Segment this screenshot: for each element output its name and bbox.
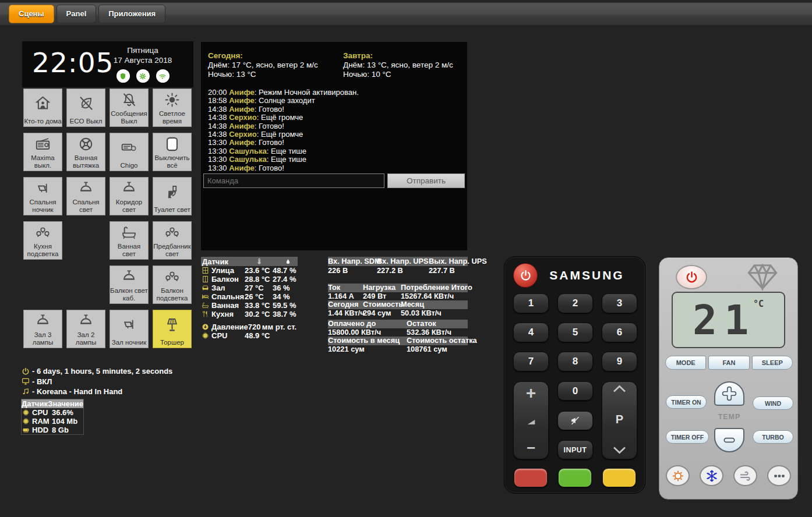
weather-today-day: Днём: 17 °C, ясно, ветер 2 м/с — [208, 61, 343, 70]
ac-heat-sun-icon[interactable] — [666, 465, 690, 486]
consumption-header-row: СегодняСтоимостьМесяц — [328, 300, 468, 309]
scene-hallway-light[interactable]: Предбанник свет — [153, 221, 192, 260]
scene-balcony-cab-light[interactable]: Балкон свет каб. — [110, 265, 149, 304]
ac-dots-icon[interactable] — [767, 465, 791, 486]
gear-icon[interactable] — [136, 69, 150, 83]
bulbs-icon — [35, 225, 51, 240]
weather-tomorrow: Завтра: Днём: 13 °C, ясно, ветер 2 м/с Н… — [343, 51, 453, 79]
command-input[interactable] — [203, 173, 384, 188]
shield-icon[interactable] — [116, 69, 130, 83]
tv-remote-header: SAMSUNG — [513, 262, 636, 289]
utensils-icon — [202, 310, 209, 318]
scene-daylight-time[interactable]: Светлое время — [153, 88, 192, 127]
chat-message: 14:38 Серхио: Ещё громче — [208, 130, 460, 139]
tv-red-button[interactable] — [514, 468, 548, 487]
volume-icon — [525, 417, 537, 426]
bulbs-icon — [164, 225, 180, 240]
volume-up-label: + — [526, 385, 536, 401]
ac-timer-on-button[interactable]: TIMER ON — [666, 395, 707, 409]
scene-hall-2-lamps[interactable]: Зал 2 лампы — [66, 310, 105, 348]
weather-block: Сегодня: Днём: 17 °C, ясно, ветер 2 м/с … — [208, 51, 460, 79]
scene-balcony-backlight[interactable]: Балкон подсветка — [153, 265, 192, 304]
scene-hall-nightlight[interactable]: Зал ночник — [110, 310, 149, 348]
scene-label: Сообщения Выкл — [110, 110, 148, 125]
scene-bathroom-light[interactable]: Ванная свет — [110, 221, 149, 260]
sensor-row: Ванная33.8 °C59.5 % — [201, 301, 298, 310]
tv-digit-1[interactable]: 1 — [513, 293, 549, 313]
scene-bedroom-light[interactable]: Спальня свет — [66, 177, 105, 215]
tv-color-buttons — [513, 468, 636, 487]
tv-mute-button[interactable] — [557, 411, 593, 430]
tv-power-button[interactable] — [513, 263, 538, 288]
tv-digit-7[interactable]: 7 — [513, 352, 549, 371]
tab-bar: СценыPanelПриложения — [9, 5, 165, 23]
scene-bedroom-nightlight[interactable]: Спальня ночник — [23, 177, 62, 215]
scene-toilet-light[interactable]: Туалет свет — [153, 177, 192, 215]
ac-wind-button[interactable]: WIND — [753, 396, 793, 410]
voltage-table: Вх. Напр. SDMВх. Напр. UPSВых. Напр. UPS… — [328, 257, 468, 275]
tv-digit-5[interactable]: 5 — [557, 323, 593, 342]
wifi-icon[interactable] — [156, 69, 170, 83]
weather-today-title: Сегодня: — [208, 51, 343, 61]
ac-temp-down-button[interactable] — [714, 428, 744, 452]
ac-fan-button[interactable]: FAN — [708, 356, 749, 370]
ac-display-temp: 21 — [693, 294, 755, 346]
chat-message: 13:30 Сашулька: Еще тише — [208, 147, 460, 155]
heat-sun-icon — [671, 469, 685, 483]
tab-apps[interactable]: Приложения — [98, 5, 165, 23]
ceiling-lamp-icon — [78, 180, 94, 196]
ac-snowflake-icon[interactable] — [700, 465, 723, 486]
tv-green-button[interactable] — [558, 468, 592, 487]
scene-eco-off[interactable]: ECO Выкл — [66, 88, 105, 127]
scene-chigo[interactable]: Chigo — [110, 133, 149, 171]
ac-temp-label: TEMP — [714, 413, 744, 421]
sun-icon — [164, 92, 180, 108]
scene-label: Зал ночник — [110, 339, 148, 346]
status-line: - 6 days, 1 hours, 5 minutes, 2 seconds — [21, 366, 172, 377]
chat-input-row: Отправить — [203, 173, 465, 188]
tv-digit-4[interactable]: 4 — [513, 323, 549, 342]
ac-turbo-button[interactable]: TURBO — [753, 430, 793, 444]
scene-all-off[interactable]: Выключить всё — [153, 133, 192, 171]
status-table-row: CPU36.6% — [22, 408, 83, 417]
ac-sleep-button[interactable]: SLEEP — [752, 356, 793, 370]
chat-message: 14:38 Серхио: Ещё громче — [208, 114, 460, 122]
tv-input-button[interactable]: INPUT — [557, 440, 593, 459]
scene-corridor-light[interactable]: Коридор свет — [110, 177, 149, 215]
scene-floor-lamp[interactable]: Торшер — [153, 310, 192, 348]
scene-kitchen-backlight[interactable]: Кухня подсветка — [23, 221, 62, 260]
ac-airflow-icon[interactable] — [733, 465, 757, 486]
ac-temp-up-button[interactable] — [714, 381, 744, 406]
tv-digit-0[interactable]: 0 — [557, 381, 593, 401]
scene-somebody-home[interactable]: Кто-то дома — [23, 88, 62, 127]
chat-message: 13:30 Сашулька: Еще тише — [208, 155, 460, 164]
tv-digit-3[interactable]: 3 — [602, 293, 637, 313]
thermometer-icon — [256, 257, 263, 265]
tv-digit-8[interactable]: 8 — [557, 352, 593, 371]
music-icon — [22, 388, 30, 396]
tv-yellow-button[interactable] — [602, 468, 636, 487]
scene-messages-off[interactable]: Сообщения Выкл — [110, 88, 149, 127]
tv-digit-6[interactable]: 6 — [602, 323, 637, 342]
voltage-value-row: 226 В227.2 В227.7 В — [328, 266, 468, 275]
plus-icon — [722, 386, 737, 401]
ac-mode-button[interactable]: MODE — [665, 356, 706, 370]
airflow-icon — [739, 469, 753, 483]
ac-power-button[interactable] — [676, 265, 707, 289]
send-button[interactable]: Отправить — [387, 173, 465, 188]
voltage-header-row: Вх. Напр. SDMВх. Напр. UPSВых. Напр. UPS — [328, 257, 468, 266]
scene-bathroom-fan[interactable]: Ванная вытяжка — [66, 133, 105, 171]
scene-maxima-off[interactable]: Maxima выкл. — [23, 133, 62, 171]
tab-scenes[interactable]: Сцены — [9, 5, 54, 23]
tab-panel[interactable]: Panel — [57, 5, 97, 23]
weather-tomorrow-day: Днём: 13 °C, ясно, ветер 2 м/с — [343, 61, 453, 70]
tv-control-cluster: + − 0 INPUT P — [513, 381, 636, 459]
tv-channel-rocker[interactable]: P — [602, 381, 637, 459]
scene-hall-3-lamps[interactable]: Зал 3 лампы — [23, 310, 62, 348]
tv-middle-column: 0 INPUT — [557, 381, 593, 459]
tv-volume-rocker[interactable]: + − — [513, 381, 549, 459]
tv-digit-2[interactable]: 2 — [557, 293, 593, 313]
sensor-row: Кухня30.2 °C38.7 % — [201, 310, 298, 318]
ac-timer-off-button[interactable]: TIMER OFF — [666, 430, 709, 444]
tv-digit-9[interactable]: 9 — [602, 352, 637, 371]
